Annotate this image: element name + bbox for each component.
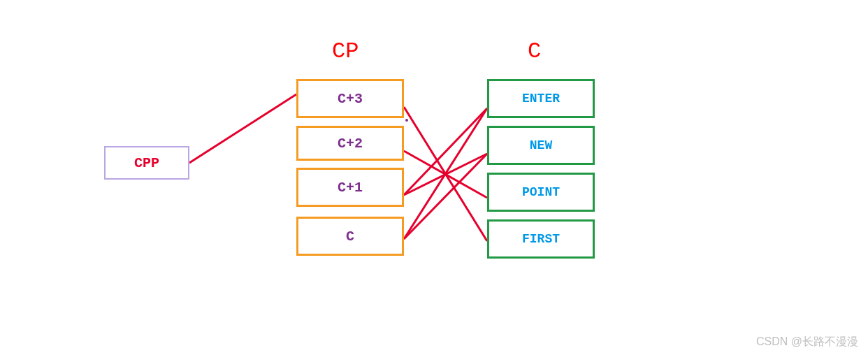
cp-cell-3: C: [296, 217, 404, 256]
svg-line-5: [404, 154, 487, 239]
watermark: CSDN @长路不漫漫: [756, 335, 858, 349]
c-cell-1: NEW: [487, 126, 595, 165]
c-cell-2: POINT: [487, 173, 595, 212]
cpp-label: CPP: [134, 155, 159, 171]
cp-cell-2: C+1: [296, 168, 404, 207]
svg-line-0: [189, 94, 296, 163]
c-cell-0: ENTER: [487, 79, 595, 118]
cp-cell-1-label: C+2: [338, 136, 363, 152]
svg-line-3: [404, 154, 487, 195]
svg-line-2: [404, 151, 487, 198]
cpp-box: CPP: [104, 146, 189, 180]
svg-line-6: [404, 108, 487, 239]
c-cell-3-label: FIRST: [522, 232, 560, 246]
c-cell-3: FIRST: [487, 219, 595, 259]
header-cp: CP: [332, 38, 359, 64]
svg-line-4: [404, 108, 487, 195]
c-cell-0-label: ENTER: [522, 92, 560, 106]
cp-cell-0-label: C+3: [338, 91, 363, 107]
cp-cell-1: C+2: [296, 126, 404, 161]
c-cell-2-label: POINT: [522, 185, 560, 199]
c-cell-1-label: NEW: [530, 138, 552, 152]
svg-point-7: [405, 119, 408, 122]
cp-cell-0: C+3: [296, 79, 404, 118]
header-c: C: [528, 38, 541, 64]
cp-cell-2-label: C+1: [338, 180, 363, 196]
cp-cell-3-label: C: [346, 229, 354, 245]
svg-line-1: [404, 107, 487, 241]
